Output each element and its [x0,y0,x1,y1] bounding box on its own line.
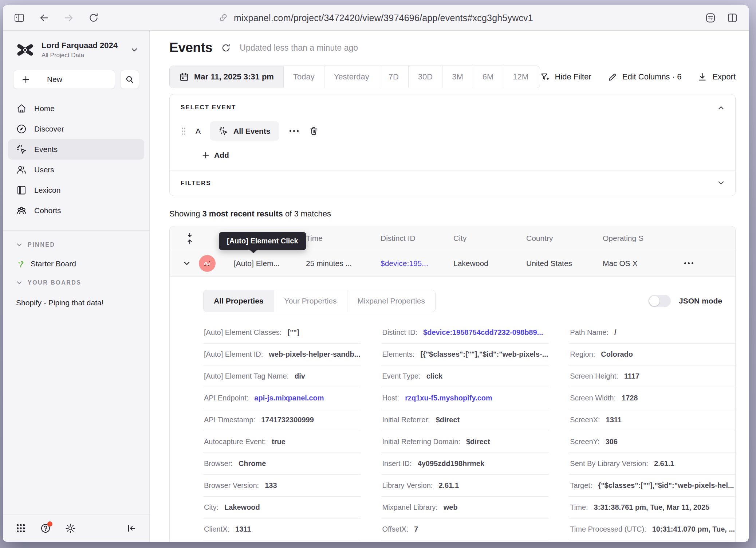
table-row[interactable]: [Auto] Elem... 25 minutes ... $device:19… [170,250,735,277]
column-header-os[interactable]: Operating S [603,234,682,243]
add-event-button[interactable]: Add [202,151,229,160]
property-row: Library Version: 2.61.1 [381,475,549,497]
help-button[interactable] [40,523,51,534]
preset-6m[interactable]: 6M [473,66,503,88]
property-row: ScreenX: 1311 [569,409,736,431]
chevron-down-icon [130,46,138,54]
column-header-time[interactable]: Time [306,234,381,243]
project-name: Lord Farquaad 2024 [42,41,124,50]
event-row-letter: A [194,127,202,136]
sidebar-item-cohorts[interactable]: Cohorts [8,200,144,221]
cell-distinct-id[interactable]: $device:195... [381,259,453,268]
page-title: Events [169,40,212,55]
column-header-country[interactable]: Country [526,234,603,243]
split-view-icon[interactable] [727,12,738,23]
pencil-icon [607,72,617,82]
preset-today[interactable]: Today [283,66,324,88]
refresh-icon[interactable] [221,43,231,53]
hide-filter-button[interactable]: Hide Filter [540,72,591,82]
collapse-sidebar-icon[interactable] [126,523,137,534]
property-row: Path Name: / [569,322,736,344]
expand-section-icon[interactable] [717,179,725,187]
export-button[interactable]: Export [697,72,736,82]
sidebar-footer [3,514,149,542]
property-value[interactable]: $device:1958754cdd7232-098b89... [423,328,543,337]
sidebar-item-starter-board[interactable]: Starter Board [3,248,149,269]
browser-window: mixpanel.com/project/3472420/view/397469… [3,5,749,542]
apps-grid-icon[interactable] [15,523,26,534]
plus-icon [21,75,30,84]
pinned-section-header[interactable]: PINNED [3,231,149,248]
your-boards-section-header[interactable]: YOUR BOARDS [3,269,149,286]
users-icon [16,164,27,175]
property-row: Elements: [{"$classes":[""],"$id":"web-p… [381,344,549,365]
property-value: 4y095zdd198hrmek [418,459,484,468]
column-header-city[interactable]: City [453,234,526,243]
preset-yesterday[interactable]: Yesterday [324,66,379,88]
collapse-section-icon[interactable] [717,104,725,112]
your-boards-label: YOUR BOARDS [28,279,82,286]
preset-12m[interactable]: 12M [503,66,538,88]
forward-icon[interactable] [63,12,74,23]
address-bar[interactable]: mixpanel.com/project/3472420/view/397469… [218,12,533,23]
preset-30d[interactable]: 30D [408,66,442,88]
drag-handle-icon[interactable] [181,126,186,136]
back-icon[interactable] [39,12,50,23]
preset-3m[interactable]: 3M [442,66,473,88]
cell-event-name[interactable]: [Auto] Elem... [234,259,306,268]
sidebar-item-users[interactable]: Users [8,160,144,180]
home-icon [16,103,27,114]
property-value: 1311 [235,525,251,533]
property-label: ScreenY: [570,438,599,446]
sidebar-item-label: Home [34,104,55,113]
property-value: div [295,372,305,380]
tab-your-properties[interactable]: Your Properties [274,290,347,312]
property-value[interactable]: api-js.mixpanel.com [254,394,324,402]
main-content: Events Updated less than a minute ago Ma… [150,31,749,542]
preset-7d[interactable]: 7D [379,66,408,88]
new-button[interactable]: New [13,70,115,89]
reader-settings-icon[interactable] [705,12,716,23]
property-label: Time: [570,503,588,512]
property-value: 2.61.1 [654,459,674,468]
property-label: City: [204,503,218,512]
property-label: Host: [382,394,399,402]
date-range-current[interactable]: Mar 11, 2025 3:31 pm [170,66,283,88]
properties-column: Path Name: / Region: Colorado [569,322,736,540]
event-selector[interactable]: All Events [210,121,279,141]
tab-all-properties[interactable]: All Properties [204,290,274,312]
property-value[interactable]: rzq1xu-f5.myshopify.com [405,394,492,402]
trash-icon[interactable] [309,126,319,136]
property-label: Event Type: [382,372,420,380]
property-row: [Auto] Element Tag Name: div [203,365,361,387]
sidebar-item-shopify-board[interactable]: Shopify - Piping that data! [3,286,149,307]
sidebar-item-events[interactable]: Events [8,139,144,160]
tab-mixpanel-properties[interactable]: Mixpanel Properties [347,290,436,312]
sidebar-item-discover[interactable]: Discover [8,119,144,139]
search-button[interactable] [120,70,139,89]
property-value: 1741732300999 [261,416,314,424]
collapse-row-icon[interactable] [183,259,191,267]
collapse-rows-icon[interactable] [185,232,194,244]
sidebar-item-lexicon[interactable]: Lexicon [8,180,144,200]
json-mode-toggle[interactable] [648,295,671,307]
mixpanel-logo-icon [15,40,35,60]
cohorts-icon [16,205,27,216]
event-selector-label: All Events [233,127,271,136]
column-header-distinct-id[interactable]: Distinct ID [381,234,453,243]
gear-icon[interactable] [65,523,76,534]
row-more-icon[interactable] [682,260,696,266]
hide-filter-label: Hide Filter [555,72,591,82]
project-switcher[interactable]: Lord Farquaad 2024 All Project Data [3,40,149,60]
json-mode-label: JSON mode [679,297,722,305]
more-icon[interactable] [287,128,301,134]
property-row: Host: rzq1xu-f5.myshopify.com [381,387,549,409]
reload-icon[interactable] [88,12,99,23]
property-row: Initial Referrer: $direct [381,409,549,431]
sidebar-item-home[interactable]: Home [8,98,144,119]
notification-dot [47,521,52,527]
property-value: / [614,328,617,337]
property-row: Screen Width: 1728 [569,387,736,409]
edit-columns-button[interactable]: Edit Columns · 6 [607,72,682,82]
sidebar-toggle-icon[interactable] [14,12,25,23]
